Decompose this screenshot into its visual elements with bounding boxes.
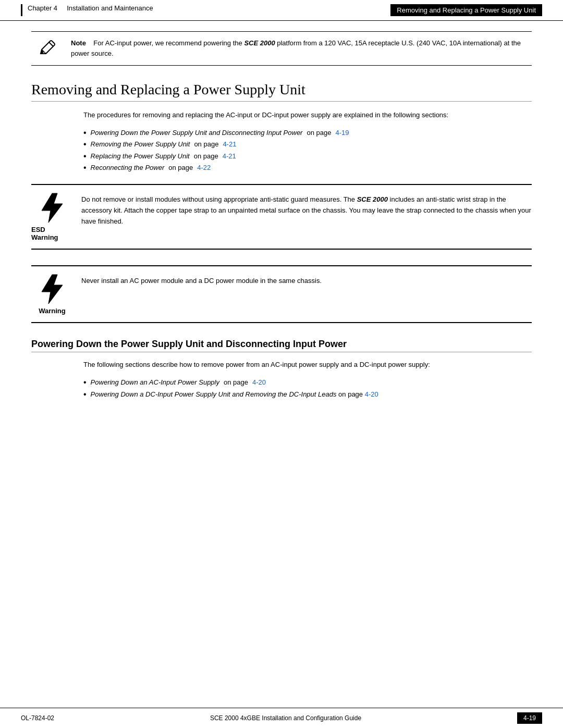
main-intro-text: The procedures for removing and replacin… — [83, 110, 532, 121]
list-item: Removing the Power Supply Unit on page 4… — [83, 139, 532, 150]
page-header: Chapter 4 Installation and Maintenance R… — [0, 0, 563, 21]
list-item: Powering Down the Power Supply Unit and … — [83, 127, 532, 139]
note-text: Note For AC-input power, we recommend po… — [71, 38, 532, 58]
esd-product-name: SCE 2000 — [357, 195, 388, 203]
page-content: Note For AC-input power, we recommend po… — [0, 21, 563, 421]
list-item: Powering Down a DC-Input Power Supply Un… — [83, 389, 532, 400]
page-link[interactable]: 4-20 — [365, 390, 378, 398]
svg-marker-2 — [42, 193, 63, 223]
chapter-number: Chapter 4 — [28, 4, 57, 12]
bullet-text: Replacing the Power Supply Unit — [91, 151, 190, 162]
warning-box: Warning Never install an AC power module… — [31, 265, 532, 323]
bullet-text: Powering Down a DC-Input Power Supply Un… — [91, 390, 337, 398]
svg-marker-3 — [42, 275, 63, 304]
footer-page-number: 4-19 — [517, 712, 542, 724]
footer-doc-number: OL-7824-02 — [21, 714, 54, 722]
bullet-text: Powering Down the Power Supply Unit and … — [91, 127, 303, 139]
note-box: Note For AC-input power, we recommend po… — [31, 31, 532, 66]
esd-warning-icon — [39, 192, 65, 224]
header-section-title: Removing and Replacing a Power Supply Un… — [397, 6, 536, 14]
svg-line-0 — [49, 42, 53, 46]
list-item: Powering Down an AC-Input Power Supply o… — [83, 377, 532, 388]
warning-icon — [39, 274, 65, 305]
note-bold-product: SCE 2000 — [244, 39, 275, 47]
esd-warning-box: ESD Warning Do not remove or install mod… — [31, 184, 532, 250]
warning-icon-area: Warning — [31, 274, 73, 315]
note-label: Note — [71, 39, 86, 47]
bullet-text: Reconnecting the Power — [91, 162, 165, 174]
warning-text: Never install an AC power module and a D… — [81, 274, 532, 287]
page-footer: OL-7824-02 SCE 2000 4xGBE Installation a… — [0, 708, 563, 728]
page-link[interactable]: 4-20 — [252, 377, 266, 388]
chapter-title: Installation and Maintenance — [67, 4, 153, 12]
subsection-title: Powering Down the Power Supply Unit and … — [31, 339, 532, 352]
subsection-bullet-list: Powering Down an AC-Input Power Supply o… — [83, 377, 532, 400]
header-chapter: Chapter 4 Installation and Maintenance — [21, 4, 153, 16]
main-bullet-list: Powering Down the Power Supply Unit and … — [83, 127, 532, 174]
page-link[interactable]: 4-21 — [223, 151, 236, 162]
page-link[interactable]: 4-22 — [197, 162, 211, 174]
subsection-intro-text: The following sections describe how to r… — [83, 360, 532, 371]
page-link[interactable]: 4-21 — [223, 139, 236, 150]
main-section-title: Removing and Replacing a Power Supply Un… — [31, 81, 532, 102]
page-link[interactable]: 4-19 — [335, 127, 349, 139]
bullet-text: Removing the Power Supply Unit — [91, 139, 190, 150]
header-section: Removing and Replacing a Power Supply Un… — [390, 4, 542, 16]
warning-label: Warning — [39, 307, 66, 315]
bullet-text: Powering Down an AC-Input Power Supply — [91, 377, 219, 388]
esd-warning-label: ESD Warning — [31, 226, 73, 241]
esd-warning-text: Do not remove or install modules without… — [81, 192, 532, 227]
note-icon — [36, 38, 57, 59]
footer-guide-title: SCE 2000 4xGBE Installation and Configur… — [54, 714, 517, 722]
note-icon-area — [31, 38, 63, 59]
esd-warning-icon-area: ESD Warning — [31, 192, 73, 241]
list-item: Reconnecting the Power on page 4-22 — [83, 162, 532, 174]
list-item: Replacing the Power Supply Unit on page … — [83, 151, 532, 162]
